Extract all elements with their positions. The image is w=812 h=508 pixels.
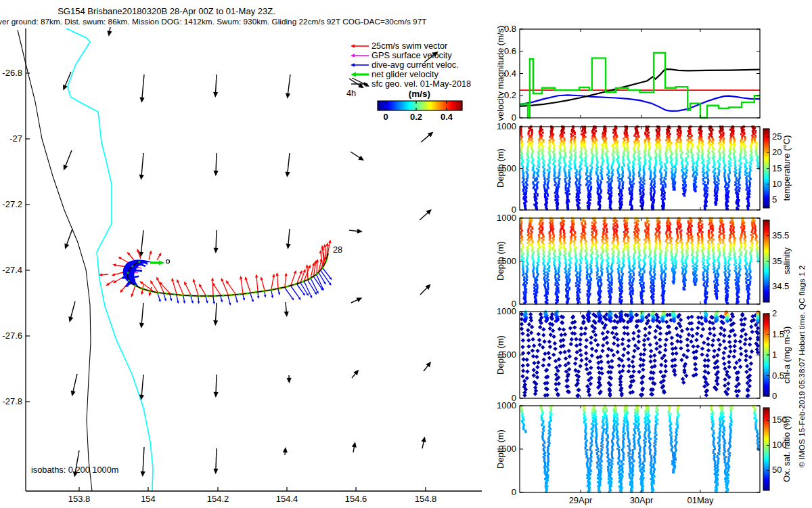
map-colorbar-tick-label: 0.2: [410, 112, 422, 122]
temperature-colorbar-label: temperature (°C): [782, 135, 792, 201]
panel-salinity: 0500100034.53535.5: [497, 213, 789, 309]
imos-watermark: © IMOS 15-Feb-2019 05:38:07 Hobart time.…: [797, 266, 807, 468]
panel-y-tick-label: 1000: [497, 400, 516, 410]
temperature-colorbar-tick: 20: [772, 147, 782, 157]
map-x-tick-label: 154.2: [207, 494, 229, 504]
salinity-ylabel: Depth (m): [495, 241, 505, 280]
chart-render-layer: 153.8154154.2154.4154.6154.8-26.8-27-27.…: [2, 24, 789, 505]
temperature-colorbar-tick: 10: [772, 179, 782, 189]
figure-subtitle: Dist. over ground: 87km. Dist. swum: 86k…: [0, 17, 426, 26]
seaglider-mission-figure: 153.8154154.2154.4154.6154.8-26.8-27-27.…: [0, 0, 812, 508]
map-geo-current-arrows: [63, 27, 438, 477]
panel-y-tick-label: 0.4: [504, 68, 516, 79]
panel-y-tick-label: 1000: [497, 306, 516, 316]
temperature-colorbar-tick: 5: [772, 194, 777, 205]
chl-ylabel: Depth (m): [495, 335, 505, 375]
date-tick-label: 29Apr: [569, 495, 593, 505]
map-y-tick-label: -27: [9, 133, 22, 144]
chl-colorbar-label: chl-a (mg m-3): [782, 326, 792, 384]
chl-colorbar-tick: 2: [772, 308, 777, 318]
figure-title: SG154 Brisbane20180320B 28-Apr 00Z to 01…: [58, 6, 275, 16]
map-axes: 153.8154154.2154.4154.6154.8-26.8-27-27.…: [2, 28, 482, 504]
salinity-colorbar-tick: 35: [772, 256, 782, 266]
map-x-tick-label: 154.6: [345, 494, 367, 504]
map-y-tick-label: -27.4: [2, 265, 22, 275]
panel-y-tick-label: 0: [512, 487, 516, 497]
isobaths-note: isobaths: 0 200 1000m: [31, 465, 118, 475]
map-colorbar-tick-label: 0: [383, 112, 388, 122]
map-colorbar-title: (m/s): [409, 89, 430, 99]
temperature-colorbar-tick: 25: [772, 131, 782, 142]
date-tick-label: 30Apr: [630, 495, 654, 505]
legend-label-dive-avg-current: dive-avg current veloc.: [371, 60, 459, 70]
map-isobaths: [18, 28, 153, 491]
dive-end-label: 28: [333, 245, 342, 255]
legend-time-scale-label: 4h: [346, 88, 356, 98]
panel-velocity: 00.20.40.60.8: [504, 24, 760, 123]
salinity-colorbar-tick: 34.5: [772, 281, 789, 291]
legend-label-net-glider-velocity: net glider velocity: [371, 69, 438, 79]
chl-colorbar-tick: 0: [772, 391, 777, 401]
panel-temperature: 05001000510152025: [497, 121, 782, 215]
salinity-colorbar-tick: 35.5: [772, 230, 789, 240]
oxygen-colorbar-tick: 50: [772, 465, 782, 475]
map-colorbar-tick-label: 0.4: [441, 112, 453, 122]
oxygen-colorbar-label: Ox. sat. ratio (%): [782, 416, 792, 482]
chl-colorbar-tick: 1: [772, 350, 777, 360]
date-tick-label: 01May: [687, 495, 714, 505]
velocity-series: [520, 53, 760, 118]
oxygen-ylabel: Depth (m): [495, 429, 505, 469]
map-x-tick-label: 154: [141, 494, 156, 504]
map-y-tick-label: -27.6: [2, 331, 22, 341]
panel-oxygen: 050010005010015029Apr30Apr01May: [497, 400, 787, 505]
legend-label-swim-vector: 25cm/s swim vector: [371, 41, 448, 51]
panel-y-tick-label: 1000: [497, 121, 516, 131]
panel-y-tick-label: 1000: [497, 213, 516, 223]
map-x-tick-label: 154.4: [276, 494, 298, 504]
panel-y-tick-label: 0.8: [504, 24, 516, 34]
map-y-tick-label: -27.2: [2, 199, 22, 209]
map-y-tick-label: -26.8: [2, 68, 22, 78]
panel-y-tick-label: 0.6: [504, 46, 516, 56]
map-y-tick-label: -27.8: [2, 396, 22, 406]
legend-label-gps-velocity: GPS surface velocity: [371, 50, 452, 60]
panel-y-tick-label: 0.2: [504, 90, 516, 100]
map-x-tick-label: 154.8: [415, 494, 437, 504]
temperature-ylabel: Depth (m): [495, 148, 505, 188]
temperature-colorbar-tick: 15: [772, 163, 782, 173]
panel-chl: 0500100000.511.52: [497, 306, 784, 403]
velocity-ylabel: velocity magnitude (m/s): [495, 26, 505, 121]
map-x-tick-label: 153.8: [68, 494, 91, 504]
salinity-colorbar-label: salinity: [782, 247, 792, 274]
legend-label-sfc-geo-velocity: sfc geo. vel. 01-May-2018: [371, 79, 471, 89]
figure-canvas: 153.8154154.2154.4154.6154.8-26.8-27-27.…: [0, 0, 812, 508]
